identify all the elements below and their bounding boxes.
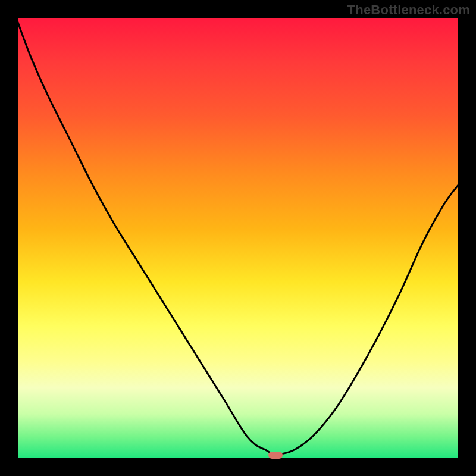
plot-frame — [18, 18, 458, 458]
chart-container: TheBottleneck.com — [0, 0, 476, 476]
plot-gradient-background — [18, 18, 458, 458]
watermark-text: TheBottleneck.com — [347, 2, 470, 18]
